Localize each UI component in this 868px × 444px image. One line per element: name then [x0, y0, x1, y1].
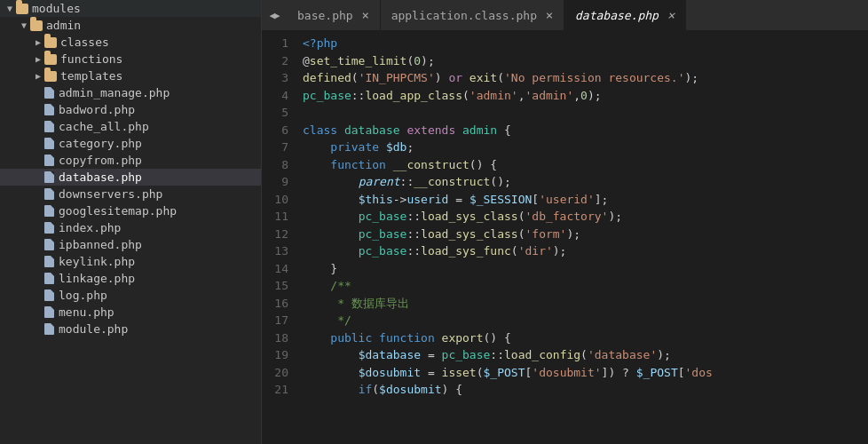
file-icon — [44, 256, 54, 267]
code-line: pc_base::load_sys_class('db_factory'); — [296, 208, 868, 226]
tab-close-btn[interactable]: × — [359, 8, 373, 22]
tree-item-index.php[interactable]: index.php — [0, 219, 261, 236]
item-label: googlesitemap.php — [59, 204, 177, 218]
tree-item-functions[interactable]: functions — [0, 51, 261, 67]
tabs-bar: ◀▶ base.php×application.class.php×databa… — [262, 0, 868, 31]
tree-item-downservers.php[interactable]: downservers.php — [0, 186, 261, 202]
tree-item-copyfrom.php[interactable]: copyfrom.php — [0, 152, 261, 169]
file-icon — [44, 273, 54, 284]
tree-item-badword.php[interactable]: badword.php — [0, 101, 261, 118]
line-number: 20 — [265, 364, 288, 382]
file-icon — [44, 239, 54, 250]
item-label: keylink.php — [59, 255, 135, 268]
code-line: <?php — [296, 35, 868, 52]
tree-item-database.php[interactable]: database.php — [0, 169, 261, 186]
item-label: category.php — [59, 137, 142, 150]
tab-nav-left[interactable]: ◀▶ — [262, 0, 287, 31]
item-label: templates — [60, 69, 122, 83]
line-number: 13 — [265, 242, 288, 260]
line-number: 2 — [265, 52, 288, 70]
item-label: ipbanned.php — [59, 238, 142, 251]
line-number: 19 — [265, 346, 288, 364]
item-label: log.php — [59, 289, 107, 302]
tree-item-linkage.php[interactable]: linkage.php — [0, 270, 261, 287]
item-label: modules — [32, 2, 81, 15]
line-number: 12 — [265, 226, 288, 243]
tree-item-ipbanned.php[interactable]: ipbanned.php — [0, 236, 261, 253]
tab-label: application.class.php — [391, 9, 537, 22]
tree-item-category.php[interactable]: category.php — [0, 135, 261, 152]
item-label: copyfrom.php — [59, 154, 142, 167]
file-icon — [44, 323, 54, 335]
line-number: 11 — [265, 208, 288, 226]
file-icon — [44, 188, 54, 200]
tab-close-btn[interactable]: × — [542, 8, 556, 22]
tree-item-admin[interactable]: admin — [0, 17, 261, 34]
code-line: if($dosubmit) { — [296, 381, 868, 399]
code-line: $database = pc_base::load_config('databa… — [296, 346, 868, 364]
code-line: pc_base::load_sys_func('dir'); — [296, 242, 868, 260]
tree-item-keylink.php[interactable]: keylink.php — [0, 253, 261, 270]
code-line: /** — [296, 277, 868, 295]
code-content: <?php@set_time_limit(0);defined('IN_PHPC… — [296, 31, 868, 444]
item-label: module.php — [59, 322, 128, 336]
line-number: 5 — [265, 104, 288, 122]
line-number: 7 — [265, 139, 288, 156]
tab-label: base.php — [297, 9, 353, 22]
file-icon — [44, 222, 54, 234]
tree-item-googlesitemap.php[interactable]: googlesitemap.php — [0, 202, 261, 219]
tree-item-log.php[interactable]: log.php — [0, 287, 261, 304]
tab-database.php[interactable]: database.php× — [564, 0, 686, 31]
folder-arrow — [18, 20, 30, 30]
line-number: 3 — [265, 69, 288, 87]
tree-item-menu.php[interactable]: menu.php — [0, 304, 261, 321]
file-icon — [44, 121, 54, 132]
line-number: 9 — [265, 173, 288, 191]
folder-arrow — [4, 4, 16, 13]
code-line: */ — [296, 312, 868, 329]
folder-icon — [16, 4, 28, 14]
code-line: pc_base::load_sys_class('form'); — [296, 226, 868, 243]
tree-item-classes[interactable]: classes — [0, 34, 261, 51]
line-number: 10 — [265, 191, 288, 209]
line-number: 18 — [265, 329, 288, 347]
tree-item-templates[interactable]: templates — [0, 67, 261, 84]
file-icon — [44, 138, 54, 149]
tree-item-cache_all.php[interactable]: cache_all.php — [0, 118, 261, 135]
tree-item-module.php[interactable]: module.php — [0, 321, 261, 337]
file-tree: modulesadminclassesfunctionstemplatesadm… — [0, 0, 262, 444]
item-label: admin_manage.php — [59, 86, 170, 99]
tab-close-btn[interactable]: × — [664, 8, 678, 22]
tree-item-admin_manage.php[interactable]: admin_manage.php — [0, 84, 261, 101]
code-line: public function export() { — [296, 329, 868, 347]
code-line — [296, 104, 868, 122]
item-label: menu.php — [59, 305, 114, 319]
line-number: 4 — [265, 87, 288, 105]
code-line: @set_time_limit(0); — [296, 52, 868, 70]
line-numbers: 123456789101112131415161718192021 — [262, 31, 296, 444]
item-label: badword.php — [59, 103, 135, 116]
item-label: database.php — [59, 170, 142, 184]
item-label: linkage.php — [59, 272, 135, 285]
code-line: } — [296, 260, 868, 278]
tab-label: database.php — [575, 9, 659, 22]
tree-item-modules[interactable]: modules — [0, 0, 261, 17]
code-line: function __construct() { — [296, 156, 868, 174]
item-label: index.php — [59, 221, 121, 234]
folder-arrow — [32, 71, 44, 81]
line-number: 17 — [265, 312, 288, 329]
folder-arrow — [32, 37, 44, 47]
folder-icon — [44, 37, 57, 48]
folder-icon — [30, 20, 43, 31]
code-line: pc_base::load_app_class('admin','admin',… — [296, 87, 868, 105]
tab-base.php[interactable]: base.php× — [287, 0, 381, 31]
line-number: 14 — [265, 260, 288, 278]
tab-application.class.php[interactable]: application.class.php× — [381, 0, 564, 31]
file-icon — [44, 205, 54, 217]
item-label: cache_all.php — [59, 120, 149, 133]
file-icon — [44, 306, 54, 318]
file-icon — [44, 171, 54, 183]
code-line: parent::__construct(); — [296, 173, 868, 191]
item-label: admin — [46, 19, 81, 32]
editor-area: ◀▶ base.php×application.class.php×databa… — [262, 0, 868, 444]
